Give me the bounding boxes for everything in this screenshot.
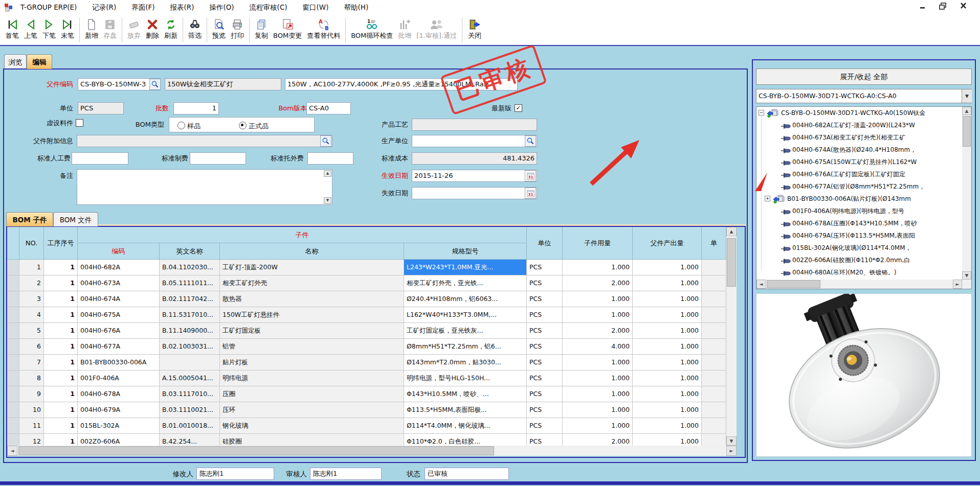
cell-sel[interactable] — [7, 386, 19, 402]
cell-seq[interactable]: 1 — [44, 339, 78, 355]
tree-item[interactable]: +B01-BYB00330-006A(贴片灯板)(Ø143mm — [756, 193, 971, 205]
cell-extra[interactable] — [702, 386, 726, 402]
parent-extra-lookup-button[interactable] — [320, 135, 331, 147]
cell-qty[interactable]: 1.000 — [563, 371, 633, 386]
cell-qty[interactable]: 1.000 — [563, 402, 633, 418]
toolbar-next-button[interactable]: 下笔 — [40, 17, 58, 40]
cell-extra[interactable] — [702, 291, 726, 307]
cell-extra[interactable] — [702, 418, 726, 434]
batch-field[interactable]: 1 — [173, 102, 219, 114]
cell-no[interactable]: 3 — [19, 291, 44, 307]
cell-unit[interactable]: PCS — [527, 386, 563, 402]
menu-item-4[interactable]: 操作(O) — [209, 3, 234, 11]
cell-en[interactable]: B.01.0010018... — [160, 418, 220, 434]
cell-code[interactable]: 004H0-679A — [78, 402, 160, 418]
cell-unit[interactable]: PCS — [527, 339, 563, 355]
cell-name[interactable]: 相变工矿灯外壳 — [220, 275, 404, 291]
cell-seq[interactable]: 1 — [44, 434, 78, 446]
cell-qty[interactable]: 2.000 — [563, 275, 633, 291]
cell-unit[interactable]: PCS — [527, 323, 563, 339]
cell-en[interactable]: B.04.1102030... — [160, 260, 220, 275]
tree-item[interactable]: 004H0-673A(相变工矿灯外壳)(相变工矿 — [756, 131, 971, 144]
cell-en[interactable]: B.03.1110021... — [160, 402, 220, 418]
cell-extra[interactable] — [702, 323, 726, 339]
parent-code-field[interactable]: CS-BYB-O-150MW-3 — [78, 78, 161, 90]
tab-bom-children[interactable]: BOM 子件 — [6, 212, 53, 226]
cell-en[interactable]: B.11.5317010... — [160, 307, 220, 323]
cell-no[interactable]: 10 — [19, 402, 44, 418]
cell-out[interactable]: 1.000 — [633, 275, 702, 291]
scroll-right-button[interactable]: ► — [726, 446, 737, 456]
cell-code[interactable]: 004H0-678A — [78, 386, 160, 402]
cell-sel[interactable] — [7, 291, 19, 307]
menu-item-2[interactable]: 界面(F) — [131, 3, 154, 11]
toolbar-preview-button[interactable]: 预览 — [210, 17, 228, 40]
cell-no[interactable]: 12 — [19, 434, 44, 446]
menu-item-3[interactable]: 报表(R) — [170, 3, 194, 11]
cell-code[interactable]: 004H0-677A — [78, 339, 160, 355]
cell-code[interactable]: B01-BYB00330-006A — [78, 355, 160, 371]
tree-item[interactable]: 004H0-677A(铝管)(Ø8mm*H51*T2.25mm， — [756, 180, 971, 193]
expire-date-field[interactable] — [412, 187, 537, 199]
cell-en[interactable] — [160, 355, 220, 371]
expand-collapse-all-button[interactable]: 展开/收起 全部 — [756, 68, 972, 85]
menu-item-0[interactable]: T-GROUP ERP(E) — [20, 3, 77, 11]
production-unit-lookup-button[interactable] — [525, 135, 536, 147]
cell-extra[interactable] — [702, 371, 726, 386]
cell-out[interactable]: 1.000 — [633, 371, 702, 386]
cell-name[interactable]: 压圈 — [220, 386, 404, 402]
cell-out[interactable]: 1.000 — [633, 386, 702, 402]
tree-item[interactable]: 004H0-675A(150W工矿灯悬挂件)(L162*W — [756, 156, 971, 168]
expand-box[interactable]: − — [759, 110, 764, 115]
cell-en[interactable]: A.15.0005041... — [160, 371, 220, 386]
cell-unit[interactable]: PCS — [527, 275, 563, 291]
cell-out[interactable]: 1.000 — [633, 355, 702, 371]
cell-no[interactable]: 1 — [19, 260, 44, 275]
std-mfg-field[interactable] — [190, 152, 246, 165]
cell-name[interactable]: 工矿灯-顶盖-200W — [220, 260, 404, 275]
toolbar-copy-button[interactable]: 复制 — [252, 17, 271, 40]
cell-spec[interactable]: Ø114*T4.0MM，钢化玻璃... — [404, 418, 527, 434]
cell-seq[interactable]: 1 — [44, 371, 78, 386]
cell-extra[interactable] — [702, 275, 726, 291]
cell-qty[interactable]: 1.000 — [563, 291, 633, 307]
cell-out[interactable]: 1.000 — [633, 260, 702, 275]
cell-name[interactable]: 明纬电源 — [220, 371, 404, 386]
cell-extra[interactable] — [702, 307, 726, 323]
cell-code[interactable]: 004H0-676A — [78, 323, 160, 339]
cell-name[interactable]: 贴片灯板 — [220, 355, 404, 371]
cell-seq[interactable]: 1 — [44, 386, 78, 402]
scroll-left-button[interactable]: ◄ — [7, 446, 17, 456]
cell-code[interactable]: 002Z0-606A — [78, 434, 160, 446]
toolbar-last-button[interactable]: 末笔 — [58, 17, 77, 40]
cell-qty[interactable]: 1.000 — [563, 307, 633, 323]
close-window-button[interactable] — [957, 2, 969, 12]
scroll-right-button[interactable]: ► — [953, 280, 962, 289]
cell-en[interactable]: B.11.1409000... — [160, 323, 220, 339]
scroll-thumb[interactable] — [18, 446, 494, 455]
toolbar-substitute-button[interactable]: AB查看替代料 — [304, 17, 343, 40]
scroll-thumb[interactable] — [727, 238, 736, 287]
grid-vertical-scrollbar[interactable]: ▲ ▼ — [726, 227, 737, 446]
cell-seq[interactable]: 1 — [44, 418, 78, 434]
cell-unit[interactable]: PCS — [527, 291, 563, 307]
effective-date-field[interactable]: 2015-11-26 — [412, 170, 537, 182]
cell-spec[interactable]: L162*W40*H133*T3.0MM,... — [404, 307, 527, 323]
cell-spec[interactable]: Ø8mm*H51*T2.25mm，铝6... — [404, 339, 527, 355]
cell-spec[interactable]: Ø143mm*T2.0mm，贴3030... — [404, 355, 527, 371]
menu-item-5[interactable]: 流程审核(C) — [250, 3, 287, 11]
cell-extra[interactable] — [702, 339, 726, 355]
effective-date-calendar-button[interactable]: 31 — [525, 170, 536, 181]
cell-no[interactable]: 2 — [19, 275, 44, 291]
toolbar-bom-change-button[interactable]: BOM变更 — [271, 17, 304, 40]
cell-name[interactable]: 铝管 — [220, 339, 404, 355]
cell-spec[interactable]: 相变工矿灯外壳，亚光铁... — [404, 275, 527, 291]
cell-sel[interactable] — [7, 434, 19, 446]
cell-sel[interactable] — [7, 339, 19, 355]
cell-no[interactable]: 8 — [19, 371, 44, 386]
cell-no[interactable]: 7 — [19, 355, 44, 371]
cell-extra[interactable] — [702, 355, 726, 371]
note-scroll-up[interactable]: ▲ — [324, 170, 331, 177]
cell-spec[interactable]: 工矿灯固定板，亚光铁灰... — [404, 323, 527, 339]
cell-name[interactable]: 150W工矿灯悬挂件 — [220, 307, 404, 323]
